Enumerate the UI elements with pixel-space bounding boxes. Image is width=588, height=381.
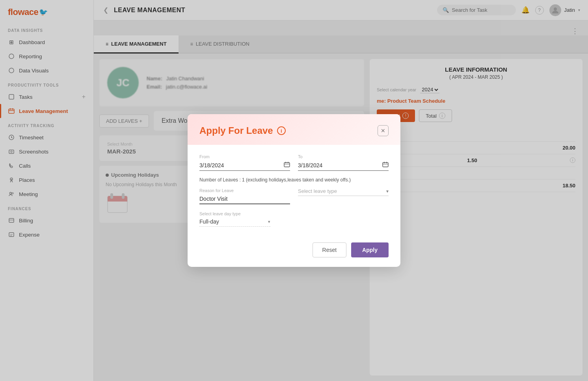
modal-body: From 3/18/2024 To 3/18/2024 [188,145,400,242]
from-date-field: From 3/18/2024 [199,154,290,171]
from-label: From [199,154,290,159]
reason-input[interactable] [199,196,290,204]
reason-field: Reason for Leave [199,188,290,204]
leave-type-select[interactable]: Select leave type ▾ [298,188,389,196]
day-type-select[interactable]: Full-day ▾ [199,218,270,227]
modal-info-icon[interactable]: i [277,126,286,135]
reset-button[interactable]: Reset [313,242,347,257]
svg-rect-23 [284,163,290,167]
svg-rect-24 [383,163,388,167]
date-row: From 3/18/2024 To 3/18/2024 [199,154,389,171]
reason-label: Reason for Leave [199,188,290,193]
apply-leave-modal: Apply For Leave i ✕ From 3/18/2024 [188,114,400,267]
leaves-count-text: Number of Leaves : 1 (excluding holidays… [199,177,389,183]
close-icon: ✕ [381,128,385,134]
reason-leave-row: Reason for Leave Select leave type ▾ [199,188,389,204]
day-type-value: Full-day [199,218,268,225]
from-date-input[interactable]: 3/18/2024 [199,161,290,171]
modal-title-area: Apply For Leave i [199,125,286,136]
modal-title: Apply For Leave [199,125,273,136]
to-label: To [298,154,389,159]
from-date-value: 3/18/2024 [199,162,284,168]
to-date-input[interactable]: 3/18/2024 [298,161,389,171]
modal-footer: Reset Apply [188,242,400,267]
to-calendar-icon[interactable] [382,161,389,169]
leave-type-field: Select leave type ▾ [298,188,389,204]
modal-overlay: Apply For Leave i ✕ From 3/18/2024 [0,0,588,381]
day-type-caret-icon: ▾ [268,219,270,224]
modal-header: Apply For Leave i ✕ [188,114,400,145]
day-type-field: Select leave day type Full-day ▾ [199,211,389,227]
day-type-label: Select leave day type [199,211,389,216]
leave-type-caret-icon: ▾ [386,189,389,194]
to-date-field: To 3/18/2024 [298,154,389,171]
modal-close-button[interactable]: ✕ [378,125,389,136]
apply-button[interactable]: Apply [351,242,389,257]
leave-type-placeholder: Select leave type [298,188,337,194]
to-date-value: 3/18/2024 [298,162,382,168]
from-calendar-icon[interactable] [284,161,290,169]
